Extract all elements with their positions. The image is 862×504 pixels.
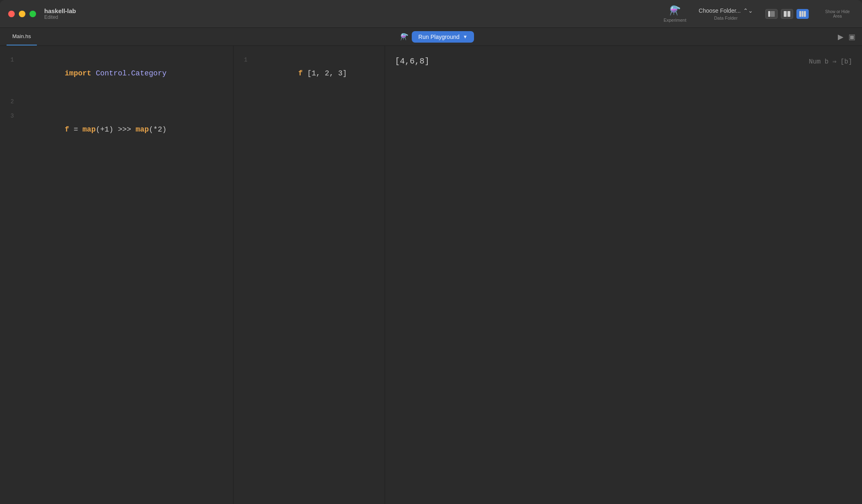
code-line-1: 1 import Control.Category (0, 52, 233, 94)
playground-line-1: 1 f [1, 2, 3] (234, 52, 385, 94)
app-name: haskell-lab (44, 7, 76, 14)
playground-editor[interactable]: 1 f [1, 2, 3] (234, 46, 385, 101)
show-hide-area-label: Show or Hide Area (821, 9, 854, 18)
minimize-button[interactable] (19, 11, 25, 17)
data-folder-label: Data Folder (714, 16, 737, 20)
toolbar-right: ⚗️ Experiment Choose Folder... ⌃⌄ Data F… (664, 5, 854, 23)
code-editor[interactable]: 1 import Control.Category 2 3 f = map(+1… (0, 46, 233, 157)
line-number-3: 3 (0, 109, 20, 123)
svg-rect-5 (802, 11, 803, 17)
playground-flask-icon: ⚗️ (400, 33, 408, 41)
svg-rect-3 (787, 11, 790, 17)
run-playground-chevron: ▼ (463, 34, 468, 40)
chevron-up-down-icon: ⌃⌄ (743, 7, 753, 14)
svg-rect-2 (784, 11, 787, 17)
playground-content-1: f [1, 2, 3] (254, 52, 347, 94)
line-number-2: 2 (0, 95, 20, 109)
tab-main-hs-label: Main.hs (12, 33, 31, 39)
tab-bar-center: ⚗️ Run Playground ▼ (37, 31, 838, 43)
svg-rect-1 (771, 11, 775, 17)
code-content-2 (20, 94, 25, 108)
play-icon[interactable]: ▶ (838, 32, 844, 41)
output-type-signature: Num b ⇒ [b] (799, 49, 862, 74)
traffic-lights (8, 11, 36, 17)
experiment-button[interactable]: ⚗️ Experiment (664, 5, 687, 23)
app-subtitle: Edited (44, 14, 76, 20)
code-line-3: 3 f = map(+1) >>> map(*2) (0, 109, 233, 150)
panel-icon[interactable]: ▣ (848, 32, 855, 41)
output-panel: [4,6,8] Num b ⇒ [b] (385, 46, 862, 504)
tab-main-hs[interactable]: Main.hs (7, 28, 37, 45)
svg-rect-4 (799, 11, 801, 17)
playground-panel[interactable]: 1 f [1, 2, 3] (234, 46, 385, 504)
layout-sidebar-button[interactable] (765, 9, 778, 19)
run-playground-button[interactable]: Run Playground ▼ (412, 31, 474, 43)
experiment-icon: ⚗️ (669, 5, 681, 16)
close-button[interactable] (8, 11, 15, 17)
editor-panel[interactable]: 1 import Control.Category 2 3 f = map(+1… (0, 46, 234, 504)
choose-folder-text: Choose Folder... (699, 7, 741, 14)
layout-split-button[interactable] (781, 9, 793, 19)
code-content-3: f = map(+1) >>> map(*2) (20, 109, 167, 150)
svg-rect-0 (768, 11, 770, 17)
tab-bar: Main.hs ⚗️ Run Playground ▼ ▶ ▣ (0, 28, 862, 46)
code-line-2: 2 (0, 94, 233, 109)
tab-bar-right: ▶ ▣ (838, 32, 855, 41)
choose-folder-top[interactable]: Choose Folder... ⌃⌄ (699, 7, 753, 14)
playground-line-number-1: 1 (234, 53, 254, 67)
svg-rect-6 (804, 11, 806, 17)
layout-icons (765, 9, 809, 19)
choose-folder[interactable]: Choose Folder... ⌃⌄ Data Folder (699, 7, 753, 20)
line-number-1: 1 (0, 53, 20, 67)
main-content: 1 import Control.Category 2 3 f = map(+1… (0, 46, 862, 504)
run-playground-label: Run Playground (418, 34, 459, 40)
output-row: [4,6,8] Num b ⇒ [b] (385, 46, 862, 504)
title-bar: haskell-lab Edited ⚗️ Experiment Choose … (0, 0, 862, 28)
layout-panel-button[interactable] (796, 9, 809, 19)
fullscreen-button[interactable] (29, 11, 36, 17)
output-result: [4,6,8] (385, 48, 439, 74)
experiment-label: Experiment (664, 18, 687, 23)
app-title: haskell-lab Edited (44, 7, 76, 20)
code-content-1: import Control.Category (20, 52, 166, 94)
